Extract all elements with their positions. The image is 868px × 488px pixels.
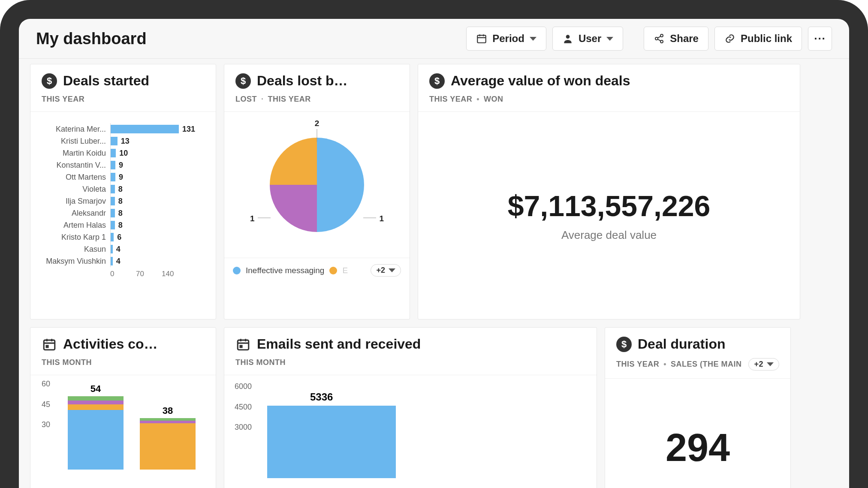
duration-more-chip[interactable]: +2 bbox=[748, 358, 779, 371]
card-title: Emails sent and received bbox=[257, 336, 421, 352]
avg-deal-value: $7,113,557,226 bbox=[508, 189, 711, 223]
legend-swatch bbox=[233, 267, 241, 274]
hbar-label: Ott Martens bbox=[41, 173, 106, 182]
hbar-label: Konstantin V... bbox=[41, 161, 106, 170]
dashboard-header: My dashboard Period User bbox=[19, 19, 849, 59]
user-dropdown[interactable]: User bbox=[552, 27, 623, 51]
hbar-value: 131 bbox=[182, 125, 195, 134]
dollar-icon: $ bbox=[616, 337, 632, 352]
hbar-value: 13 bbox=[121, 137, 130, 146]
svg-rect-10 bbox=[238, 340, 249, 350]
deal-duration-value: 294 bbox=[605, 379, 790, 470]
chevron-down-icon bbox=[530, 37, 536, 41]
emails-bar-label: 5336 bbox=[310, 391, 333, 403]
calendar-icon bbox=[476, 33, 487, 44]
stacked-bar: 38 bbox=[140, 418, 196, 470]
card-deal-duration: $ Deal duration THIS YEAR • SALES (THE M… bbox=[605, 327, 791, 488]
hbar-value: 8 bbox=[118, 197, 123, 206]
hbar-value: 9 bbox=[119, 173, 123, 182]
card-title: Average value of won deals bbox=[451, 73, 630, 89]
svg-rect-8 bbox=[44, 340, 55, 350]
card-emails: Emails sent and received THIS MONTH 3000… bbox=[224, 327, 597, 488]
card-deals-lost: $ Deals lost b… LOST · THIS YEAR 2 1 1 bbox=[224, 64, 410, 319]
header-actions: Period User Share Publ bbox=[466, 27, 832, 51]
public-link-button[interactable]: Public link bbox=[714, 27, 802, 51]
hbar-value: 9 bbox=[119, 161, 123, 170]
chevron-down-icon bbox=[767, 362, 774, 366]
hbar-value: 8 bbox=[118, 209, 123, 218]
dollar-icon: $ bbox=[429, 73, 445, 89]
card-title: Deals lost b… bbox=[257, 73, 348, 89]
hbar-row: Kristi Luber...13 bbox=[41, 135, 205, 147]
share-icon bbox=[654, 33, 665, 44]
svg-point-4 bbox=[660, 40, 663, 43]
deals-lost-pie: 2 1 1 bbox=[224, 112, 410, 258]
svg-point-2 bbox=[660, 34, 663, 37]
link-icon bbox=[724, 33, 735, 44]
pie-label: 1 bbox=[379, 214, 384, 223]
hbar-row: Kristo Karp 16 bbox=[41, 231, 205, 243]
hbar-row: Ott Martens9 bbox=[41, 171, 205, 183]
svg-rect-11 bbox=[240, 345, 243, 348]
dollar-icon: $ bbox=[235, 73, 251, 89]
period-dropdown[interactable]: Period bbox=[466, 27, 546, 51]
legend-more-chip[interactable]: +2 bbox=[371, 264, 401, 277]
pie-legend: Ineffective messaging E +2 bbox=[224, 258, 410, 283]
pie-label: 1 bbox=[250, 214, 255, 223]
hbar-label: Kristo Karp 1 bbox=[41, 233, 106, 242]
hbar-label: Ilja Smarjov bbox=[41, 197, 106, 206]
emails-chart: 300045006000 5336 bbox=[224, 375, 597, 487]
avg-deal-caption: Average deal value bbox=[561, 229, 657, 242]
hbar-label: Maksym Viushkin bbox=[41, 257, 106, 266]
card-avg-value: $ Average value of won deals THIS YEAR •… bbox=[418, 64, 800, 319]
hbar-value: 4 bbox=[116, 245, 121, 254]
hbar-label: Martin Koidu bbox=[41, 149, 106, 158]
dollar-icon: $ bbox=[42, 73, 57, 89]
chevron-down-icon bbox=[606, 37, 613, 41]
hbar-label: Aleksandr bbox=[41, 209, 106, 218]
hbar-row: Aleksandr8 bbox=[41, 207, 205, 219]
share-button[interactable]: Share bbox=[644, 27, 708, 51]
hbar-row: Artem Halas8 bbox=[41, 219, 205, 231]
hbar-label: Katerina Mer... bbox=[41, 125, 106, 134]
ellipsis-icon: ··· bbox=[814, 32, 826, 45]
hbar-label: Kristi Luber... bbox=[41, 137, 106, 146]
hbar-value: 6 bbox=[117, 233, 121, 242]
dashboard-content: $ Deals started THIS YEAR Katerina Mer..… bbox=[19, 59, 849, 488]
hbar-label: Violeta bbox=[41, 185, 106, 194]
hbar-row: Martin Koidu10 bbox=[41, 147, 205, 159]
card-deals-started: $ Deals started THIS YEAR Katerina Mer..… bbox=[30, 64, 216, 319]
hbar-value: 8 bbox=[118, 185, 123, 194]
card-activities: Activities co… THIS MONTH 304560 5438 bbox=[30, 327, 216, 488]
activities-chart: 304560 5438 bbox=[30, 375, 216, 487]
chevron-down-icon bbox=[389, 268, 395, 272]
card-title: Activities co… bbox=[63, 336, 158, 352]
svg-rect-9 bbox=[46, 345, 49, 348]
hbar-row: Ilja Smarjov8 bbox=[41, 195, 205, 207]
user-icon bbox=[562, 33, 573, 44]
svg-point-3 bbox=[655, 37, 658, 40]
deals-started-chart: Katerina Mer...131Kristi Luber...13Marti… bbox=[30, 112, 216, 278]
card-title: Deals started bbox=[63, 73, 149, 89]
card-title: Deal duration bbox=[638, 336, 725, 352]
calendar-icon bbox=[235, 337, 251, 352]
stacked-bar: 54 bbox=[68, 396, 124, 470]
calendar-icon bbox=[42, 337, 57, 352]
hbar-value: 10 bbox=[119, 149, 128, 158]
legend-swatch bbox=[329, 267, 337, 274]
hbar-value: 4 bbox=[116, 257, 121, 266]
more-menu-button[interactable]: ··· bbox=[808, 27, 832, 51]
hbar-row: Violeta8 bbox=[41, 183, 205, 195]
hbar-row: Maksym Viushkin4 bbox=[41, 255, 205, 267]
hbar-row: Konstantin V...9 bbox=[41, 159, 205, 171]
svg-rect-0 bbox=[477, 35, 486, 42]
svg-point-1 bbox=[566, 35, 570, 39]
hbar-row: Kasun4 bbox=[41, 243, 205, 255]
hbar-row: Katerina Mer...131 bbox=[41, 123, 205, 135]
pie-label: 2 bbox=[315, 119, 319, 128]
hbar-value: 8 bbox=[118, 221, 123, 230]
hbar-label: Kasun bbox=[41, 245, 106, 254]
hbar-label: Artem Halas bbox=[41, 221, 106, 230]
page-title: My dashboard bbox=[36, 30, 147, 48]
